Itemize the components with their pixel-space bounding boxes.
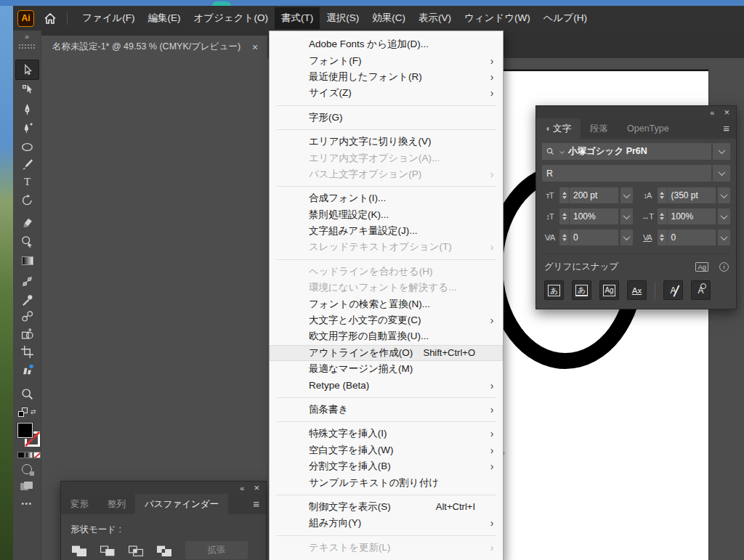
menu-item[interactable]: 字形(G) <box>270 110 503 126</box>
menu-item[interactable]: 禁則処理設定(K)... <box>270 207 503 223</box>
menubar-item[interactable]: ウィンドウ(W) <box>458 7 537 29</box>
kerning-input[interactable]: 0 <box>559 230 618 245</box>
gradient-tool[interactable] <box>15 251 39 270</box>
font-style-field[interactable]: R <box>542 165 711 182</box>
tab-OpenType[interactable]: OpenType <box>618 118 679 139</box>
blend-tool[interactable] <box>15 307 39 325</box>
panel-menu-icon[interactable]: ≡ <box>253 498 259 510</box>
gradient-button[interactable] <box>25 452 33 458</box>
menubar-item[interactable]: 表示(V) <box>412 7 458 29</box>
kerning-stepper[interactable] <box>559 230 570 245</box>
close-panel-icon[interactable]: × <box>254 482 259 493</box>
shaper-tool[interactable] <box>15 232 39 251</box>
menu-item[interactable]: 文字組みアキ量設定(J)... <box>270 223 503 239</box>
exclude-button[interactable] <box>155 543 173 560</box>
tab-文字[interactable]: 文字 <box>536 118 581 139</box>
fill-color-swatch[interactable] <box>17 423 33 438</box>
menu-item[interactable]: サイズ(Z)› <box>270 85 503 101</box>
intersect-button[interactable] <box>127 543 145 560</box>
curvature-tool[interactable] <box>15 118 39 137</box>
menu-item[interactable]: 分割文字を挿入(B)› <box>270 458 503 474</box>
glyph-guides-icon[interactable]: Ag <box>695 262 708 272</box>
menubar-item[interactable]: ファイル(F) <box>76 7 142 29</box>
document-tab[interactable]: 名称未設定-1* @ 49.53 % (CMYK/プレビュー) × <box>41 36 267 58</box>
tracking-stepper[interactable] <box>658 230 668 245</box>
tab-パスファインダー[interactable]: パスファインダー <box>135 494 228 514</box>
menu-item[interactable]: 特殊文字を挿入(I)› <box>270 426 503 442</box>
leading-stepper[interactable] <box>658 187 668 203</box>
direct-selection-tool[interactable] <box>15 80 39 99</box>
color-button[interactable] <box>17 452 25 458</box>
snap-baseline-box-button[interactable]: あ <box>572 280 591 300</box>
app-logo[interactable]: Ai <box>17 10 34 27</box>
menu-item[interactable]: アウトラインを作成(O)Shift+Ctrl+O <box>270 345 503 361</box>
font-size-stepper[interactable] <box>559 187 570 203</box>
home-icon[interactable] <box>41 13 59 24</box>
horizontal-scale-stepper[interactable] <box>658 208 668 224</box>
vertical-scale-stepper[interactable] <box>559 208 570 224</box>
toolbar-grip-handle[interactable] <box>19 44 36 50</box>
menu-item[interactable]: Retype (Beta)› <box>270 377 503 393</box>
menu-item[interactable]: 制御文字を表示(S)Alt+Ctrl+I <box>270 499 503 515</box>
menubar-item[interactable]: オブジェクト(O) <box>187 7 275 29</box>
tab-整列[interactable]: 整列 <box>98 494 135 514</box>
graph-tool[interactable] <box>15 360 39 379</box>
info-icon[interactable]: i <box>719 262 729 272</box>
snap-angle-guide-button[interactable]: A <box>691 280 711 300</box>
leading-input[interactable]: (350 pt <box>658 187 716 203</box>
screen-mode-button[interactable] <box>20 482 33 490</box>
font-family-field[interactable]: 小塚ゴシック Pr6N <box>542 143 711 160</box>
kerning-dropdown-button[interactable] <box>620 230 633 245</box>
none-button[interactable] <box>33 452 41 458</box>
edit-toolbar-ellipsis[interactable]: ••• <box>13 500 41 508</box>
mini-fill-stroke[interactable]: ⇄ <box>18 407 39 418</box>
collapse-panel-icon[interactable]: « <box>710 108 714 117</box>
vertical-scale-input[interactable]: 100% <box>559 208 618 224</box>
font-size-input[interactable]: 200 pt <box>559 187 618 203</box>
rotate-tool[interactable] <box>15 190 39 209</box>
minus-front-button[interactable] <box>99 543 116 560</box>
menu-item[interactable]: フォントの検索と置換(N)... <box>270 296 503 312</box>
paintbrush-tool[interactable] <box>15 154 39 173</box>
menu-item[interactable]: 大文字と小文字の変更(C)› <box>270 312 503 328</box>
snap-em-box-button[interactable]: あ <box>544 280 564 300</box>
zoom-tool[interactable] <box>15 384 39 403</box>
font-family-dropdown-button[interactable] <box>713 143 730 160</box>
horizontal-scale-dropdown-button[interactable] <box>718 208 730 224</box>
selection-tool[interactable] <box>15 60 39 80</box>
unite-button[interactable] <box>70 543 88 560</box>
menu-item[interactable]: 箇条書き› <box>270 402 503 418</box>
panel-menu-icon[interactable]: ≡ <box>723 122 729 134</box>
menu-item[interactable]: 欧文用字形の自動置換(U)... <box>270 328 503 344</box>
pen-tool[interactable] <box>15 100 39 118</box>
toolbar-expand-icon[interactable]: » <box>13 32 41 41</box>
type-tool[interactable]: T <box>15 171 39 190</box>
font-size-dropdown-button[interactable] <box>620 187 633 203</box>
shape-builder-tool[interactable] <box>15 324 39 343</box>
menu-item[interactable]: 最適なマージン揃え(M) <box>270 361 503 377</box>
tab-変形[interactable]: 変形 <box>61 494 98 514</box>
snap-near-glyph-button[interactable]: A <box>663 280 683 300</box>
leading-dropdown-button[interactable] <box>718 187 730 203</box>
collapse-panel-icon[interactable]: « <box>240 484 244 492</box>
artboard-tool[interactable] <box>15 342 39 361</box>
snap-glyph-bounds-button[interactable]: Ag <box>599 280 619 300</box>
swap-fill-stroke-icon[interactable]: ⇄ <box>31 408 36 415</box>
draw-mode-button[interactable] <box>22 464 32 474</box>
menubar-item[interactable]: 編集(E) <box>142 7 187 29</box>
close-panel-icon[interactable]: × <box>724 107 729 118</box>
menubar-item[interactable]: ヘルプ(H) <box>537 7 594 29</box>
font-style-dropdown-button[interactable] <box>713 165 730 182</box>
menu-item[interactable]: 組み方向(Y)› <box>270 515 503 531</box>
menubar-item[interactable]: 効果(C) <box>365 7 412 29</box>
tab-段落[interactable]: 段落 <box>581 118 618 139</box>
eraser-tool[interactable] <box>15 213 39 232</box>
tab-close-icon[interactable]: × <box>252 41 258 53</box>
menu-item[interactable]: 空白文字を挿入(W)› <box>270 442 503 458</box>
menu-item[interactable]: フォント(F)› <box>270 52 503 68</box>
menu-item[interactable]: 最近使用したフォント(R)› <box>270 69 503 85</box>
horizontal-scale-input[interactable]: 100% <box>658 208 716 224</box>
tracking-input[interactable]: 0 <box>658 230 716 245</box>
vertical-scale-dropdown-button[interactable] <box>620 208 633 224</box>
menu-item[interactable]: 合成フォント(I)... <box>270 190 503 206</box>
